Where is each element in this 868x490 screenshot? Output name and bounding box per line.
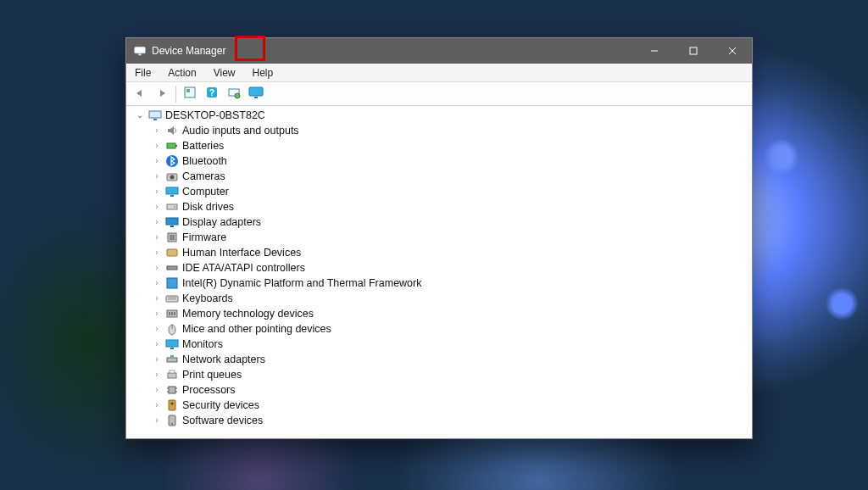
tree-item[interactable]: Mice and other pointing devices: [131, 321, 752, 337]
chevron-right-icon[interactable]: [152, 386, 162, 394]
chevron-right-icon[interactable]: [152, 401, 162, 409]
device-manager-window: Device Manager File Action View Help: [125, 37, 753, 439]
menu-help[interactable]: Help: [244, 64, 282, 81]
chevron-right-icon[interactable]: [152, 142, 162, 150]
tree-item-label: Bluetooth: [182, 155, 227, 167]
tree-root[interactable]: DESKTOP-0BST82C: [131, 108, 752, 123]
tree-item-label: Processors: [182, 384, 236, 396]
toolbar-scan-button[interactable]: [224, 84, 244, 104]
hid-icon: [165, 246, 179, 259]
svg-rect-21: [166, 187, 178, 194]
maximize-button[interactable]: [674, 38, 713, 64]
close-button[interactable]: [713, 38, 752, 64]
device-tree[interactable]: DESKTOP-0BST82C Audio inputs and outputs…: [126, 106, 752, 438]
tree-item[interactable]: Computer: [131, 184, 752, 199]
titlebar[interactable]: Device Manager: [126, 38, 752, 64]
tree-item[interactable]: Keyboards: [131, 291, 752, 306]
tree-item[interactable]: Firmware: [131, 230, 752, 245]
svg-rect-3: [690, 47, 697, 54]
chevron-right-icon[interactable]: [152, 340, 162, 348]
network-icon: [165, 353, 179, 366]
tree-item[interactable]: Audio inputs and outputs: [131, 123, 752, 138]
menu-file[interactable]: File: [126, 64, 159, 81]
tree-item[interactable]: Monitors: [131, 337, 752, 352]
security-icon: [165, 398, 179, 412]
ide-icon: [165, 261, 179, 275]
tree-item-label: Network adapters: [182, 354, 265, 365]
svg-rect-53: [169, 400, 175, 410]
chevron-right-icon[interactable]: [152, 157, 162, 165]
tree-item[interactable]: Network adapters: [131, 352, 752, 367]
tree-item-label: Disk drives: [182, 201, 234, 213]
chevron-right-icon[interactable]: [152, 126, 162, 135]
properties-icon: [183, 86, 197, 103]
chevron-right-icon[interactable]: [152, 233, 162, 242]
tree-item[interactable]: Batteries: [131, 138, 752, 153]
tree-item[interactable]: Cameras: [131, 169, 752, 184]
menu-action[interactable]: Action: [159, 64, 204, 81]
chevron-right-icon[interactable]: [152, 187, 162, 196]
tree-item[interactable]: Bluetooth: [131, 153, 752, 169]
tree-item[interactable]: Display adapters: [131, 214, 752, 230]
computer-icon: [148, 109, 162, 122]
svg-rect-12: [249, 87, 263, 96]
chevron-right-icon[interactable]: [152, 218, 162, 226]
tree-item-label: IDE ATA/ATAPI controllers: [182, 262, 305, 274]
tree-item[interactable]: IDE ATA/ATAPI controllers: [131, 260, 752, 276]
toolbar: ?: [126, 82, 752, 106]
chevron-right-icon[interactable]: [152, 355, 162, 364]
chevron-right-icon[interactable]: [152, 264, 162, 272]
svg-rect-22: [170, 195, 174, 197]
toolbar-forward-button[interactable]: [152, 84, 172, 104]
battery-icon: [165, 139, 179, 153]
memory-icon: [165, 307, 179, 320]
tree-item[interactable]: Intel(R) Dynamic Platform and Thermal Fr…: [131, 276, 752, 291]
app-icon: [133, 44, 147, 58]
svg-rect-43: [170, 348, 174, 349]
svg-rect-38: [171, 312, 173, 315]
svg-rect-37: [169, 312, 170, 315]
tree-item[interactable]: Memory technology devices: [131, 306, 752, 321]
chevron-right-icon[interactable]: [152, 370, 162, 379]
tree-item[interactable]: Print queues: [131, 367, 752, 382]
menu-view[interactable]: View: [205, 64, 244, 81]
svg-rect-46: [168, 373, 176, 378]
toolbar-back-button[interactable]: [130, 84, 150, 104]
svg-point-20: [170, 175, 175, 180]
tree-item[interactable]: Software devices: [131, 413, 752, 428]
chevron-right-icon[interactable]: [152, 309, 162, 318]
svg-point-31: [168, 267, 170, 269]
svg-rect-29: [167, 249, 177, 256]
tree-item[interactable]: Security devices: [131, 398, 752, 413]
chevron-right-icon[interactable]: [152, 203, 162, 211]
menubar: File Action View Help: [126, 64, 752, 82]
chevron-right-icon[interactable]: [152, 248, 162, 257]
intel-icon: [165, 276, 179, 290]
arrow-right-icon: [156, 86, 168, 102]
toolbar-separator: [175, 86, 176, 103]
chevron-right-icon[interactable]: [152, 416, 162, 425]
toolbar-add-hardware-button[interactable]: [246, 84, 266, 104]
svg-point-24: [174, 206, 175, 208]
tree-item-label: Display adapters: [182, 216, 261, 228]
chevron-right-icon[interactable]: [152, 172, 162, 181]
tree-item[interactable]: Processors: [131, 382, 752, 398]
arrow-left-icon: [134, 86, 146, 102]
svg-rect-15: [153, 119, 157, 120]
chevron-down-icon[interactable]: [135, 111, 145, 120]
toolbar-show-hidden-button[interactable]: [180, 84, 200, 104]
tree-item-label: Intel(R) Dynamic Platform and Thermal Fr…: [182, 277, 421, 289]
minimize-button[interactable]: [635, 38, 674, 64]
cpu-icon: [165, 383, 179, 397]
chevron-right-icon[interactable]: [152, 294, 162, 303]
svg-text:?: ?: [209, 88, 214, 97]
tree-item-label: Keyboards: [182, 292, 233, 304]
toolbar-help-button[interactable]: ?: [202, 84, 222, 104]
svg-rect-7: [186, 89, 190, 92]
tree-item[interactable]: Human Interface Devices: [131, 245, 752, 260]
chevron-right-icon[interactable]: [152, 279, 162, 287]
svg-rect-23: [167, 204, 177, 209]
chevron-right-icon[interactable]: [152, 325, 162, 333]
tree-item-label: Audio inputs and outputs: [182, 125, 299, 136]
tree-item[interactable]: Disk drives: [131, 199, 752, 214]
